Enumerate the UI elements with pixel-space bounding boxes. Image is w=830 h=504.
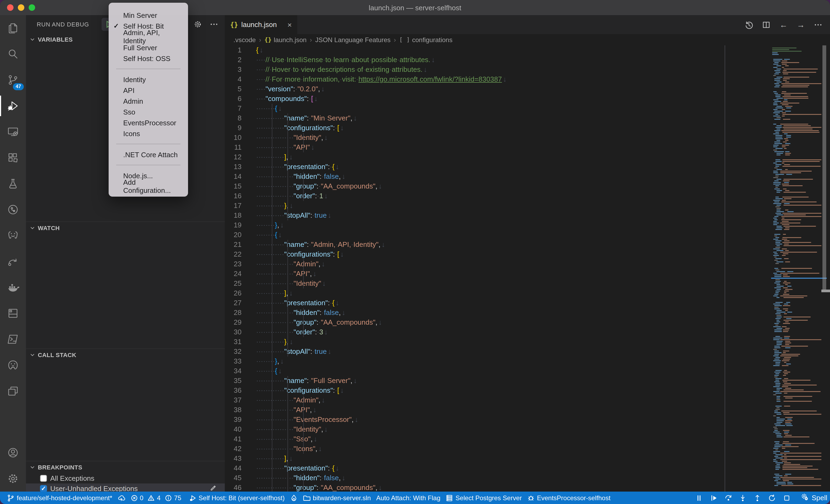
- minimize-window-button[interactable]: [18, 4, 24, 11]
- code-line[interactable]: 9············"configurations":·[↓: [225, 123, 830, 133]
- line-number[interactable]: 23: [225, 259, 256, 269]
- line-number[interactable]: 1: [225, 45, 256, 55]
- breadcrumb-item[interactable]: [ ]configurations: [399, 36, 452, 43]
- line-number[interactable]: 18: [225, 211, 256, 221]
- code-line[interactable]: 45················"hidden":·false,↓: [225, 473, 830, 483]
- code-line[interactable]: 42················"Icons",↓: [225, 444, 830, 454]
- line-number[interactable]: 43: [225, 454, 256, 464]
- line-number[interactable]: 36: [225, 386, 256, 395]
- line-number[interactable]: 16: [225, 191, 256, 201]
- status-solution[interactable]: bitwarden-server.sln: [300, 494, 374, 502]
- section-header[interactable]: CALL STACK: [26, 349, 225, 361]
- line-number[interactable]: 9: [225, 123, 256, 133]
- line-number[interactable]: 4: [225, 74, 256, 84]
- code-line[interactable]: 1{↓: [225, 45, 830, 55]
- code-line[interactable]: 31············},↓: [225, 337, 830, 347]
- activity-settings-icon[interactable]: [0, 466, 26, 492]
- line-number[interactable]: 46: [225, 483, 256, 492]
- status-postgres-server[interactable]: Select Postgres Server: [443, 494, 524, 502]
- code-line[interactable]: 2····//·Use·IntelliSense·to·learn·about·…: [225, 55, 830, 65]
- code-line[interactable]: 6····"compounds":·[↓: [225, 94, 830, 104]
- line-number[interactable]: 28: [225, 308, 256, 317]
- line-number[interactable]: 14: [225, 172, 256, 181]
- line-number[interactable]: 41: [225, 434, 256, 444]
- breadcrumb-item[interactable]: {}launch.json: [264, 36, 307, 43]
- code-line[interactable]: 39················"EventsProcessor",↓: [225, 415, 830, 425]
- code-line[interactable]: 35············"name":·"Full·Server",↓: [225, 376, 830, 386]
- code-line[interactable]: 24················"API",↓: [225, 269, 830, 279]
- line-number[interactable]: 33: [225, 357, 256, 366]
- pause-icon[interactable]: [696, 494, 703, 502]
- activity-windows-icon[interactable]: [0, 378, 26, 404]
- menu-item-eventsprocessor[interactable]: EventsProcessor: [108, 117, 188, 128]
- code-line[interactable]: 29················"group":·"AA_compounds…: [225, 317, 830, 327]
- close-tab-icon[interactable]: ×: [287, 20, 292, 29]
- menu-item-sso[interactable]: Sso: [108, 106, 188, 117]
- code-line[interactable]: 25················"Identity"↓: [225, 279, 830, 289]
- code-line[interactable]: 5····"version":·"0.2.0",↓: [225, 84, 830, 94]
- menu-item-admin[interactable]: Admin: [108, 96, 188, 106]
- code-line[interactable]: 46················"group":·"AA_compounds…: [225, 483, 830, 492]
- line-number[interactable]: 13: [225, 162, 256, 172]
- status-auto-attach[interactable]: Auto Attach: With Flag: [374, 494, 443, 502]
- code-line[interactable]: 26············],↓: [225, 289, 830, 298]
- activity-beaker-icon[interactable]: [0, 171, 26, 197]
- breakpoint-row[interactable]: ✓User-Unhandled Exceptions: [26, 483, 225, 492]
- split-editor-icon[interactable]: [762, 20, 771, 29]
- activity-docker-icon[interactable]: [0, 274, 26, 300]
- line-number[interactable]: 22: [225, 249, 256, 259]
- activity-source-control-icon[interactable]: 47: [0, 67, 26, 93]
- code-line[interactable]: 44············"presentation":·{↓: [225, 464, 830, 473]
- line-number[interactable]: 24: [225, 269, 256, 279]
- code-line[interactable]: 20········{↓: [225, 230, 830, 240]
- line-number[interactable]: 42: [225, 444, 256, 454]
- line-number[interactable]: 38: [225, 405, 256, 415]
- line-number[interactable]: 19: [225, 221, 256, 230]
- activity-search-icon[interactable]: [0, 41, 26, 67]
- code-line[interactable]: 41················"Sso",↓: [225, 434, 830, 444]
- code-line[interactable]: 17············},↓: [225, 201, 830, 211]
- code-line[interactable]: 34········{↓: [225, 366, 830, 376]
- forward-icon[interactable]: →: [797, 20, 805, 29]
- code-line[interactable]: 19········},↓: [225, 221, 830, 230]
- stop-icon[interactable]: [783, 494, 791, 502]
- code-line[interactable]: 14················"hidden":·false,↓: [225, 172, 830, 181]
- status-events-processor[interactable]: EventsProcessor-selfhost: [524, 494, 613, 502]
- line-number[interactable]: 6: [225, 94, 256, 104]
- activity-files-icon[interactable]: [0, 15, 26, 41]
- line-number[interactable]: 12: [225, 152, 256, 162]
- section-header[interactable]: BREAKPOINTS: [26, 461, 225, 473]
- line-number[interactable]: 20: [225, 230, 256, 240]
- code-line[interactable]: 7········{↓: [225, 104, 830, 113]
- code-line[interactable]: 40················"Identity",↓: [225, 425, 830, 434]
- line-number[interactable]: 25: [225, 279, 256, 289]
- line-number[interactable]: 44: [225, 464, 256, 473]
- step-into-icon[interactable]: [739, 494, 747, 502]
- code-line[interactable]: 37················"Admin",↓: [225, 395, 830, 405]
- edit-pencil-icon[interactable]: [210, 484, 217, 492]
- status-debug-launch[interactable]: Self Host: Bit (server-selfhost): [186, 494, 287, 502]
- menu-item-self-host-oss[interactable]: Self Host: OSS: [108, 53, 188, 64]
- menu-item-api[interactable]: API: [108, 85, 188, 96]
- line-number[interactable]: 10: [225, 133, 256, 143]
- code-line[interactable]: 36············"configurations":·[↓: [225, 386, 830, 395]
- sidebar-more-icon[interactable]: [210, 20, 218, 29]
- activity-gitlens-icon[interactable]: [0, 197, 26, 223]
- history-icon[interactable]: [745, 20, 753, 29]
- minimap[interactable]: [771, 45, 822, 492]
- status-publish-changes[interactable]: [115, 494, 128, 502]
- code-line[interactable]: 16················"order":·1↓: [225, 191, 830, 201]
- menu-item-min-server[interactable]: Min Server: [108, 10, 188, 21]
- restart-icon[interactable]: [768, 494, 776, 502]
- line-number[interactable]: 31: [225, 337, 256, 347]
- activity-terminal-icon[interactable]: [0, 326, 26, 352]
- close-window-button[interactable]: [7, 4, 13, 11]
- code-line[interactable]: 18············"stopAll":·true↓: [225, 211, 830, 221]
- code-line[interactable]: 33········},↓: [225, 357, 830, 366]
- menu-item-icons[interactable]: Icons: [108, 128, 188, 139]
- breadcrumb-item[interactable]: JSON Language Features: [315, 36, 391, 43]
- status-branch[interactable]: feature/self-hosted-development*: [4, 494, 115, 502]
- menu-item-identity[interactable]: Identity: [108, 74, 188, 85]
- breadcrumb-item[interactable]: .vscode: [233, 36, 256, 43]
- code-line[interactable]: 8············"name":·"Min·Server",↓: [225, 113, 830, 123]
